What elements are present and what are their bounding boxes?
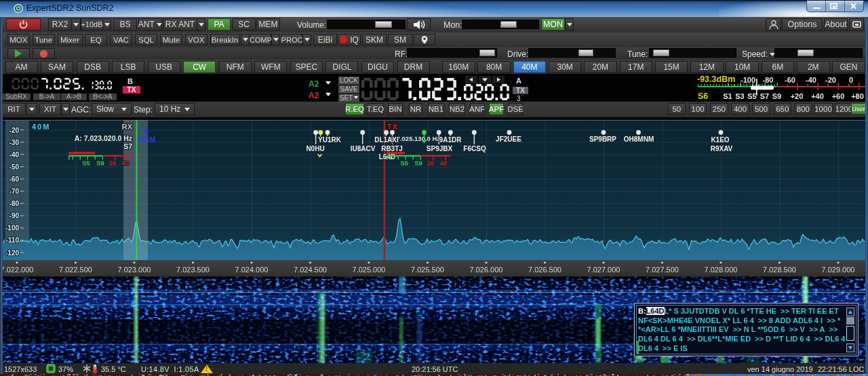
svg-text:7.028.000: 7.028.000 <box>705 266 738 274</box>
svg-text:-50: -50 <box>9 163 20 171</box>
svg-text:S6: S6 <box>698 91 708 101</box>
svg-text:S5: S5 <box>747 92 756 100</box>
svg-text:+80: +80 <box>851 92 864 100</box>
svg-text:MI1M: MI1M <box>138 135 156 144</box>
svg-text:0: 0 <box>849 76 853 84</box>
svg-text:7.025.500: 7.025.500 <box>411 266 444 274</box>
svg-text:-20: -20 <box>825 76 836 84</box>
svg-text:SP9BRP: SP9BRP <box>589 135 616 143</box>
svg-text:7.029.000: 7.029.000 <box>822 266 855 274</box>
svg-text:S3: S3 <box>735 92 744 100</box>
svg-text:S7: S7 <box>760 92 769 100</box>
svg-text:+40: +40 <box>811 92 824 100</box>
svg-text:S7: S7 <box>123 142 132 150</box>
svg-text:7.024.500: 7.024.500 <box>294 266 327 274</box>
svg-text:S1: S1 <box>723 92 732 100</box>
svg-text:SP9JBX: SP9JBX <box>427 145 453 152</box>
svg-text:F6CSQ: F6CSQ <box>463 145 486 152</box>
svg-text:-80: -80 <box>9 200 20 207</box>
svg-text:-70: -70 <box>9 188 20 195</box>
svg-text:YU1RK: YU1RK <box>318 136 342 144</box>
svg-text:-60: -60 <box>785 76 795 84</box>
svg-text:7.028.500: 7.028.500 <box>763 266 796 274</box>
svg-text:-110: -110 <box>6 236 20 244</box>
svg-text:-90: -90 <box>9 212 20 220</box>
svg-text:20: 20 <box>109 159 117 167</box>
svg-text:40: 40 <box>440 159 448 167</box>
svg-text:S5: S5 <box>82 159 90 167</box>
svg-text:A: 7.023.020.0 Hz: A: 7.023.020.0 Hz <box>75 134 132 142</box>
svg-text:OH8MNM: OH8MNM <box>624 135 654 143</box>
svg-text:N0HU: N0HU <box>306 145 324 152</box>
svg-text:-100: -100 <box>5 224 19 232</box>
svg-text:K1EO: K1EO <box>711 136 729 144</box>
svg-text:7.024.000: 7.024.000 <box>235 266 269 274</box>
svg-text:RB3TJ: RB3TJ <box>381 145 403 152</box>
svg-text:7.026.000: 7.026.000 <box>470 266 503 274</box>
svg-text:-20: -20 <box>9 127 20 134</box>
svg-text:7.023.000: 7.023.000 <box>118 266 151 274</box>
svg-text:7.027.500: 7.027.500 <box>646 266 679 274</box>
svg-text:DL1AXI: DL1AXI <box>374 136 399 144</box>
svg-text:R9XAV: R9XAV <box>711 145 733 152</box>
svg-text:-60: -60 <box>9 175 20 183</box>
svg-text:7.022.000: 7.022.000 <box>1 266 34 274</box>
svg-text:7.025.000: 7.025.000 <box>353 266 386 274</box>
svg-text:RX: RX <box>122 123 133 131</box>
svg-text:9A1DR: 9A1DR <box>439 136 462 144</box>
svg-text:+60: +60 <box>832 92 845 100</box>
svg-text:-93.3dBm: -93.3dBm <box>697 75 735 84</box>
svg-text:40: 40 <box>122 159 130 167</box>
svg-text:+20: +20 <box>791 92 804 100</box>
svg-text:-80: -80 <box>763 76 774 84</box>
svg-text:S9: S9 <box>772 92 781 100</box>
svg-text:IU8ACV: IU8ACV <box>351 145 376 152</box>
svg-text:40M: 40M <box>32 123 50 131</box>
svg-text:S9: S9 <box>414 159 422 167</box>
svg-text:-40: -40 <box>9 151 20 159</box>
svg-text:S9: S9 <box>96 159 104 167</box>
svg-text:TX: TX <box>387 123 398 131</box>
svg-text:-30: -30 <box>9 139 20 146</box>
svg-text:7.022.500: 7.022.500 <box>59 266 92 274</box>
svg-text:20: 20 <box>427 159 435 167</box>
svg-text:-120: -120 <box>5 249 19 257</box>
svg-text:JF2UEE: JF2UEE <box>496 135 521 143</box>
svg-text:7.023.500: 7.023.500 <box>176 266 210 274</box>
svg-text:7.027.000: 7.027.000 <box>587 266 620 274</box>
svg-text:7.026.500: 7.026.500 <box>528 266 561 274</box>
svg-text:-40: -40 <box>806 76 816 84</box>
svg-text:-100: -100 <box>741 76 755 84</box>
svg-text:S5: S5 <box>400 159 408 167</box>
